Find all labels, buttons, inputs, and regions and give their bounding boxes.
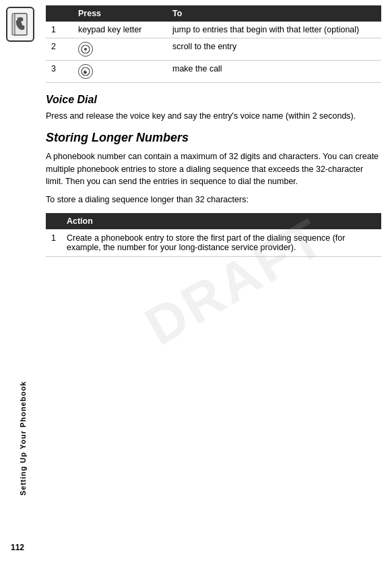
- col-num-header: [46, 5, 73, 22]
- row-to-2: scroll to the entry: [167, 38, 381, 61]
- action-row-num-1: 1: [46, 229, 61, 257]
- col-press-header: Press: [73, 5, 167, 22]
- storing-numbers-section: Storing Longer Numbers A phonebook numbe…: [46, 131, 381, 206]
- table-row: 2 scroll to the entry: [46, 38, 381, 61]
- row-press-1: keypad key letter: [73, 22, 167, 38]
- nav-icon: [78, 42, 93, 57]
- table-row: 1 keypad key letter jump to entries that…: [46, 22, 381, 38]
- svg-point-3: [84, 48, 87, 51]
- row-num-1: 1: [46, 22, 73, 38]
- storing-numbers-body1: A phonebook number can contain a maximum…: [46, 150, 381, 188]
- row-num-2: 2: [46, 38, 73, 61]
- col-to-header: To: [167, 5, 381, 22]
- storing-numbers-title: Storing Longer Numbers: [46, 131, 381, 145]
- row-num-3: 3: [46, 61, 73, 83]
- row-to-1: jump to entries that begin with that let…: [167, 22, 381, 38]
- row-to-3: make the call: [167, 61, 381, 83]
- action-table: Action 1 Create a phonebook entry to sto…: [46, 213, 381, 257]
- page-number: 112: [11, 543, 24, 552]
- svg-rect-1: [12, 13, 15, 35]
- storing-numbers-body2: To store a dialing sequence longer than …: [46, 194, 381, 206]
- action-col-action-header: Action: [61, 213, 381, 229]
- call-icon: [78, 64, 93, 79]
- action-row-desc-1: Create a phonebook entry to store the fi…: [61, 229, 381, 257]
- row-press-2: [73, 38, 167, 61]
- sidebar: Setting Up Your Phonebook: [0, 0, 40, 563]
- table-row: 3 make the call: [46, 61, 381, 83]
- sidebar-label: Setting Up Your Phonebook: [19, 381, 27, 496]
- voice-dial-title: Voice Dial: [46, 94, 381, 106]
- voice-dial-section: Voice Dial Press and release the voice k…: [46, 94, 381, 123]
- row-press-3: [73, 61, 167, 83]
- phonebook-icon: [6, 7, 34, 42]
- main-content: Press To 1 keypad key letter jump to ent…: [40, 0, 392, 563]
- page-container: DRAFT Setting Up Your Phonebook Press To: [0, 0, 392, 563]
- voice-dial-body: Press and release the voice key and say …: [46, 110, 381, 123]
- press-table: Press To 1 keypad key letter jump to ent…: [46, 5, 381, 83]
- action-row: 1 Create a phonebook entry to store the …: [46, 229, 381, 257]
- action-col-num-header: [46, 213, 61, 229]
